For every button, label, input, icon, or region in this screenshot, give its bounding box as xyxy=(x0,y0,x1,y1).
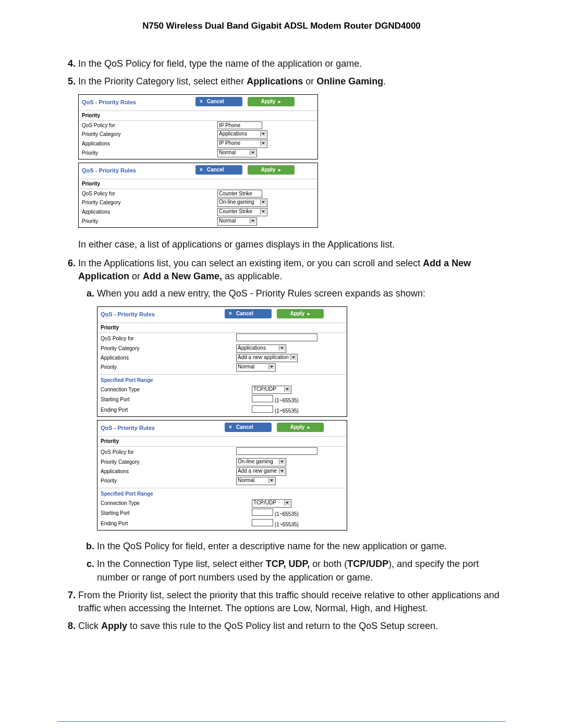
label-applications: Applications xyxy=(82,208,165,216)
applications-select[interactable]: IP Phone xyxy=(217,140,267,148)
label-ending-port: Ending Port xyxy=(101,520,200,527)
panel-title: QoS - Priority Rules xyxy=(82,98,157,106)
step-8: Click Apply to save this rule to the QoS… xyxy=(78,620,506,633)
close-icon: × xyxy=(199,165,204,175)
label-ending-port: Ending Port xyxy=(101,406,200,414)
step-8-pre: Click xyxy=(78,621,101,631)
applications-select[interactable]: Add a new game xyxy=(236,467,286,476)
qos-policy-for-input[interactable] xyxy=(236,447,317,455)
label-priority: Priority xyxy=(82,218,165,225)
step-6a-text: When you add a new entry, the QoS - Prio… xyxy=(97,288,425,299)
qos-panel-add-game: QoS - Priority Rules ×Cancel Apply▸ Prio… xyxy=(97,420,347,530)
cancel-label: Cancel xyxy=(207,97,224,106)
step-6b-text: In the QoS Policy for field, enter a des… xyxy=(97,541,447,551)
priority-category-select[interactable]: On-line gaming xyxy=(217,199,267,207)
label-priority-category: Priority Category xyxy=(82,199,165,206)
cancel-label: Cancel xyxy=(236,423,253,432)
priority-category-select[interactable]: On-line gaming xyxy=(236,458,286,466)
step-6-bold-add-game: Add a New Game, xyxy=(143,271,222,281)
step-6b: In the QoS Policy for field, enter a des… xyxy=(97,540,506,553)
priority-select[interactable]: Normal xyxy=(236,363,276,372)
priority-select[interactable]: Normal xyxy=(217,149,257,157)
step-5-after-text: In either case, a list of applications o… xyxy=(78,238,506,251)
step-6: In the Applications list, you can select… xyxy=(78,257,506,584)
label-priority: Priority xyxy=(101,477,200,485)
close-icon: × xyxy=(228,309,233,318)
step-5-or: or xyxy=(303,76,316,87)
ending-port-input[interactable] xyxy=(252,519,273,526)
step-5-intro: In the Priority Category list, select ei… xyxy=(78,76,247,87)
arrow-right-icon: ▸ xyxy=(308,423,310,432)
starting-port-input[interactable] xyxy=(252,509,273,516)
priority-select[interactable]: Normal xyxy=(236,477,276,485)
label-qos-policy-for: QoS Policy for xyxy=(82,122,165,129)
step-4-text: In the QoS Policy for field, type the na… xyxy=(78,58,362,69)
step-6c-bold-tcpudp1: TCP, UDP, xyxy=(266,559,310,569)
ending-port-input[interactable] xyxy=(252,405,273,413)
port-range-hint: (1~65535) xyxy=(275,408,299,414)
label-qos-policy-for: QoS Policy for xyxy=(101,335,200,342)
apply-button[interactable]: Apply▸ xyxy=(248,97,295,106)
connection-type-select[interactable]: TCP/UDP xyxy=(252,499,291,508)
label-starting-port: Starting Port xyxy=(101,396,200,403)
priority-category-select[interactable]: Applications xyxy=(217,130,267,139)
applications-select[interactable]: Add a new application xyxy=(236,354,298,362)
cancel-button[interactable]: ×Cancel xyxy=(225,423,272,432)
apply-label: Apply xyxy=(261,165,276,175)
apply-button[interactable]: Apply▸ xyxy=(277,309,324,318)
applications-select[interactable]: Counter Strike xyxy=(217,208,267,216)
document-title: N750 Wireless Dual Band Gigabit ADSL Mod… xyxy=(57,21,506,31)
connection-type-select[interactable]: TCP/UDP xyxy=(252,386,291,394)
label-qos-policy-for: QoS Policy for xyxy=(101,449,200,456)
cancel-button[interactable]: ×Cancel xyxy=(195,165,242,175)
step-8-post: to save this rule to the QoS Policy list… xyxy=(127,621,438,631)
step-6a: When you add a new entry, the QoS - Prio… xyxy=(97,287,506,530)
label-applications: Applications xyxy=(101,354,200,362)
label-priority: Priority xyxy=(82,150,165,157)
label-applications: Applications xyxy=(82,140,165,147)
priority-select[interactable]: Normal xyxy=(217,217,257,226)
specified-port-range-label: Specified Port Range xyxy=(97,490,347,499)
starting-port-input[interactable] xyxy=(252,395,273,402)
close-icon: × xyxy=(199,97,204,106)
label-connection-type: Connection Type xyxy=(101,386,200,393)
step-5-bold-applications: Applications xyxy=(247,76,303,87)
apply-button[interactable]: Apply▸ xyxy=(248,165,295,175)
qos-policy-for-input[interactable] xyxy=(236,334,317,341)
step-7-text: From the Priority list, select the prior… xyxy=(78,590,499,613)
cancel-button[interactable]: ×Cancel xyxy=(195,97,242,106)
apply-label: Apply xyxy=(290,423,305,432)
label-applications: Applications xyxy=(101,468,200,475)
cancel-button[interactable]: ×Cancel xyxy=(225,309,272,318)
step-6c-intro: In the Connection Type list, select eith… xyxy=(97,559,266,569)
panel-title: QoS - Priority Rules xyxy=(101,311,176,318)
arrow-right-icon: ▸ xyxy=(278,165,281,175)
cancel-label: Cancel xyxy=(236,309,253,318)
footer-divider xyxy=(57,721,506,722)
arrow-right-icon: ▸ xyxy=(308,309,310,318)
priority-category-select[interactable]: Applications xyxy=(236,344,286,353)
label-qos-policy-for: QoS Policy for xyxy=(82,190,165,198)
apply-button[interactable]: Apply▸ xyxy=(277,423,324,432)
port-range-hint: (1~65535) xyxy=(275,398,299,403)
specified-port-range-label: Specified Port Range xyxy=(97,377,347,385)
arrow-right-icon: ▸ xyxy=(278,97,281,106)
apply-label: Apply xyxy=(261,97,276,106)
qos-panel-counterstrike: QoS - Priority Rules ×Cancel Apply▸ Prio… xyxy=(78,163,318,228)
qos-policy-for-input[interactable]: IP Phone xyxy=(217,121,262,129)
priority-section-label: Priority xyxy=(79,179,317,189)
step-6c-mid: or both ( xyxy=(310,559,347,569)
step-5: In the Priority Category list, select ei… xyxy=(78,75,506,251)
label-priority-category: Priority Category xyxy=(101,345,200,352)
step-6c-bold-tcpudp2: TCP/UDP xyxy=(347,559,388,569)
label-priority-category: Priority Category xyxy=(82,131,165,138)
close-icon: × xyxy=(228,423,233,432)
label-connection-type: Connection Type xyxy=(101,500,200,507)
step-6-end: as applicable. xyxy=(222,271,282,281)
step-4: In the QoS Policy for field, type the na… xyxy=(78,57,506,70)
step-5-bold-online-gaming: Online Gaming xyxy=(316,76,383,87)
panel-title: QoS - Priority Rules xyxy=(101,424,176,432)
priority-section-label: Priority xyxy=(97,323,347,333)
qos-policy-for-input[interactable]: Counter Strike xyxy=(217,190,262,198)
label-priority-category: Priority Category xyxy=(101,459,200,466)
